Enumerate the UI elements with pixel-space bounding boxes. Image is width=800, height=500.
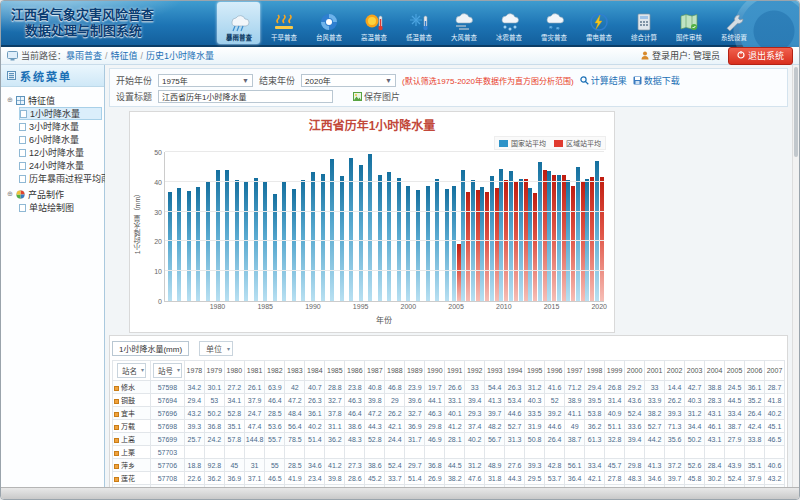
nav-typhoon[interactable]: 台风普查	[307, 2, 350, 44]
nav-snow[interactable]: 雪灾普查	[532, 2, 575, 44]
national-bar-2009[interactable]	[490, 176, 494, 301]
national-bar-1981[interactable]	[225, 170, 229, 301]
national-bar-1979[interactable]	[206, 182, 210, 301]
national-bar-2005[interactable]	[452, 186, 456, 301]
data-download-button[interactable]: 数据下载	[633, 74, 680, 87]
save-image-button[interactable]: 保存图片	[353, 90, 400, 103]
nav-gale[interactable]: 大风普查	[442, 2, 485, 44]
national-bar-2002[interactable]	[426, 186, 430, 301]
value-cell: 40.1	[445, 407, 465, 420]
national-bar-2000[interactable]	[406, 186, 410, 301]
start-year-select[interactable]: 1975年▼	[158, 74, 253, 87]
value-cell: 32.7	[405, 407, 425, 420]
nav-lowtemp[interactable]: 低温普查	[397, 2, 440, 44]
national-bar-2014[interactable]	[538, 162, 542, 301]
scrollbar-thumb[interactable]	[794, 67, 798, 157]
station-id-filter[interactable]: 站号	[153, 363, 182, 378]
national-bar-1978[interactable]	[196, 187, 200, 301]
national-bar-1995[interactable]	[359, 165, 363, 301]
nav-lightning[interactable]: 雷电普查	[577, 2, 620, 44]
national-bar-1997[interactable]	[378, 175, 382, 301]
national-bar-1994[interactable]	[349, 158, 353, 301]
tree-item-单站绘制图[interactable]: 单站绘制图	[19, 201, 102, 214]
page-vertical-scrollbar[interactable]	[792, 65, 799, 487]
tree-expander[interactable]: ⊕	[7, 190, 13, 198]
table-row[interactable]: 宜丰5769643.250.252.824.728.548.436.137.84…	[113, 407, 785, 420]
end-year-select[interactable]: 2020年▼	[301, 74, 396, 87]
value-cell: 28.3	[705, 394, 725, 407]
tree-node-0[interactable]: ⊕特征值	[7, 93, 102, 107]
unit-filter-select[interactable]: 单位	[199, 341, 233, 356]
nav-hail[interactable]: 冰雹普查	[487, 2, 530, 44]
breadcrumb-link[interactable]: 暴雨普查	[66, 51, 102, 61]
national-bar-1985[interactable]	[263, 182, 267, 301]
search-icon	[580, 76, 589, 85]
x-tick-label: 2015	[544, 303, 560, 310]
value-cell: 37.1	[244, 472, 265, 485]
national-bar-1987[interactable]	[282, 182, 286, 301]
table-row[interactable]: 修水5759834.230.127.226.163.94240.728.823.…	[113, 381, 785, 394]
tree-item-24小时降水量[interactable]: 24小时降水量	[19, 159, 102, 172]
national-bar-1977[interactable]	[187, 191, 191, 301]
main-area: 开始年份 1975年▼ 结束年份 2020年▼ (默认筛选1975-2020年数…	[105, 65, 792, 487]
nav-hightemp[interactable]: 高温普查	[352, 2, 395, 44]
x-tick-label: 1990	[305, 303, 321, 310]
tree-item-3小时降水量[interactable]: 3小时降水量	[19, 120, 102, 133]
breadcrumb-link[interactable]: 历史1小时降水量	[146, 51, 214, 61]
nav-settings[interactable]: 系统设置	[712, 2, 755, 44]
national-bar-2015[interactable]	[547, 171, 551, 301]
national-bar-2011[interactable]	[509, 171, 513, 301]
national-bar-1980[interactable]	[216, 170, 220, 301]
station-name: 上栗	[121, 449, 135, 456]
tree-expander[interactable]: ⊕	[7, 96, 13, 104]
breadcrumb[interactable]: 暴雨普查/特征值/历史1小时降水量	[66, 49, 214, 62]
national-bar-1991[interactable]	[321, 174, 325, 301]
national-bar-1993[interactable]	[340, 176, 344, 301]
nav-drought[interactable]: 干旱普查	[262, 2, 305, 44]
nav-mapaudit[interactable]: 图件审核	[667, 2, 710, 44]
national-bar-2006[interactable]	[461, 170, 465, 301]
national-bar-2020[interactable]	[595, 161, 599, 301]
table-row[interactable]: 宜春5776223.928.528.540.521.446.832.944.13…	[113, 485, 785, 488]
year-column-header: 1985	[325, 361, 345, 381]
logout-button[interactable]: 退出系统	[728, 47, 793, 65]
value-cell	[705, 446, 725, 459]
national-bar-1996[interactable]	[368, 154, 372, 302]
nav-rainstorm[interactable]: 暴雨普查	[217, 2, 260, 44]
station-name-filter[interactable]: 站名	[117, 363, 146, 378]
tree-item-1小时降水量[interactable]: 1小时降水量	[19, 107, 102, 120]
value-cell: 39.6	[405, 394, 425, 407]
national-bar-1990[interactable]	[311, 172, 315, 301]
table-row[interactable]: 万载5769839.336.835.147.453.656.440.231.13…	[113, 420, 785, 433]
table-row[interactable]: 上高5769925.724.257.8144.855.778.551.436.2…	[113, 433, 785, 446]
table-row[interactable]: 铜鼓5769429.45334.137.946.447.226.332.746.…	[113, 394, 785, 407]
value-cell	[545, 446, 565, 459]
regional-bar-2020[interactable]	[600, 177, 604, 301]
tree-item-6小时降水量[interactable]: 6小时降水量	[19, 133, 102, 146]
national-bar-2010[interactable]	[499, 169, 503, 301]
table-metric-tag[interactable]: 1小时降水量(mm)	[112, 341, 189, 356]
nav-calculator[interactable]: 综合计算	[622, 2, 665, 44]
chart-title-input[interactable]: 江西省历年1小时降水量	[158, 90, 333, 103]
tree-node-1[interactable]: ⊕产品制作	[7, 187, 102, 201]
national-bar-1988[interactable]	[292, 189, 296, 301]
national-bar-1975[interactable]	[168, 192, 172, 301]
tree-item-历年暴雨过程平均雨量[interactable]: 历年暴雨过程平均雨量	[19, 172, 102, 185]
national-bar-2008[interactable]	[480, 187, 484, 301]
tree-item-12小时降水量[interactable]: 12小时降水量	[19, 146, 102, 159]
breadcrumb-link[interactable]: 特征值	[111, 51, 138, 61]
year-column-header: 1995	[525, 361, 545, 381]
national-bar-2004[interactable]	[445, 189, 449, 301]
national-bar-2013[interactable]	[528, 188, 532, 301]
national-bar-2018[interactable]	[576, 167, 580, 301]
year-column-header: 2003	[685, 361, 705, 381]
table-row[interactable]: 上栗57703	[113, 446, 785, 459]
national-bar-2016[interactable]	[557, 175, 561, 301]
table-row[interactable]: 萍乡5770618.892.845315528.534.641.227.338.…	[113, 459, 785, 472]
table-row[interactable]: 莲花5770822.636.236.937.146.541.923.439.82…	[113, 472, 785, 485]
calc-result-button[interactable]: 计算结果	[580, 74, 627, 87]
value-cell: 34.2	[184, 381, 204, 394]
national-bar-1976[interactable]	[177, 188, 181, 301]
national-bar-2001[interactable]	[416, 190, 420, 301]
national-bar-1998[interactable]	[387, 172, 391, 301]
